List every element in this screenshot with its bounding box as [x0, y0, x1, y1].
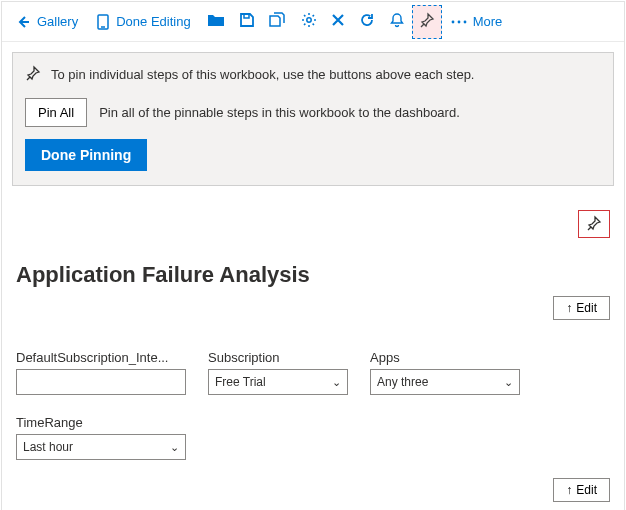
- done-editing-label: Done Editing: [116, 14, 190, 29]
- svg-point-4: [306, 18, 310, 22]
- tablet-icon: [96, 14, 110, 30]
- param-apps[interactable]: Any three ⌄: [370, 369, 520, 395]
- param-apps-value: Any three: [377, 375, 428, 389]
- refresh-button[interactable]: [352, 6, 382, 38]
- up-arrow-icon: ↑: [566, 483, 572, 497]
- refresh-icon: [359, 12, 375, 31]
- save-copy-button[interactable]: [262, 6, 294, 38]
- done-pinning-label: Done Pinning: [41, 147, 131, 163]
- bell-icon: [389, 12, 405, 31]
- open-button[interactable]: [200, 6, 232, 38]
- chevron-down-icon: ⌄: [170, 441, 179, 454]
- toolbar: Gallery Done Editing: [2, 2, 624, 42]
- pin-notice-panel: To pin individual steps of this workbook…: [12, 52, 614, 186]
- pin-all-button[interactable]: Pin All: [25, 98, 87, 127]
- done-editing-button[interactable]: Done Editing: [87, 6, 199, 38]
- arrow-left-icon: [15, 14, 31, 30]
- edit-label: Edit: [576, 301, 597, 315]
- pin-icon: [25, 65, 41, 84]
- chevron-down-icon: ⌄: [504, 376, 513, 389]
- svg-rect-3: [244, 14, 249, 18]
- more-button[interactable]: More: [442, 6, 512, 38]
- save-button[interactable]: [232, 6, 262, 38]
- pin-mode-button[interactable]: [412, 5, 442, 39]
- gear-icon: [301, 12, 317, 31]
- pin-icon: [419, 12, 435, 31]
- back-to-gallery-button[interactable]: Gallery: [6, 6, 87, 38]
- param-default-subscription[interactable]: [16, 369, 186, 395]
- done-pinning-button[interactable]: Done Pinning: [25, 139, 147, 171]
- param-label-subscription: Subscription: [208, 350, 348, 365]
- param-subscription[interactable]: Free Trial ⌄: [208, 369, 348, 395]
- param-timerange-value: Last hour: [23, 440, 73, 454]
- svg-point-7: [463, 20, 466, 23]
- up-arrow-icon: ↑: [566, 301, 572, 315]
- edit-step-button[interactable]: ↑ Edit: [553, 296, 610, 320]
- edit-step-button[interactable]: ↑ Edit: [553, 478, 610, 502]
- pin-hint-text: To pin individual steps of this workbook…: [51, 67, 474, 82]
- svg-point-5: [451, 20, 454, 23]
- pin-all-label: Pin All: [38, 105, 74, 120]
- param-label-apps: Apps: [370, 350, 520, 365]
- svg-point-6: [457, 20, 460, 23]
- save-icon: [239, 12, 255, 31]
- edit-label: Edit: [576, 483, 597, 497]
- param-label-timerange: TimeRange: [16, 415, 186, 430]
- alerts-button[interactable]: [382, 6, 412, 38]
- close-icon: [331, 13, 345, 30]
- step-pin-button[interactable]: [578, 210, 610, 238]
- more-label: More: [473, 14, 503, 29]
- chevron-down-icon: ⌄: [332, 376, 341, 389]
- workbook-main: Application Failure Analysis ↑ Edit Defa…: [2, 196, 624, 510]
- ellipsis-icon: [451, 20, 467, 24]
- param-subscription-value: Free Trial: [215, 375, 266, 389]
- save-multi-icon: [269, 12, 287, 31]
- parameters-block: DefaultSubscription_Inte... Subscription…: [16, 350, 536, 460]
- page-title: Application Failure Analysis: [16, 262, 610, 288]
- settings-button[interactable]: [294, 6, 324, 38]
- param-label-default-subscription: DefaultSubscription_Inte...: [16, 350, 186, 365]
- back-label: Gallery: [37, 14, 78, 29]
- param-timerange[interactable]: Last hour ⌄: [16, 434, 186, 460]
- folder-icon: [207, 13, 225, 30]
- pin-all-description: Pin all of the pinnable steps in this wo…: [99, 105, 460, 120]
- clear-button[interactable]: [324, 6, 352, 38]
- pin-icon: [586, 215, 602, 234]
